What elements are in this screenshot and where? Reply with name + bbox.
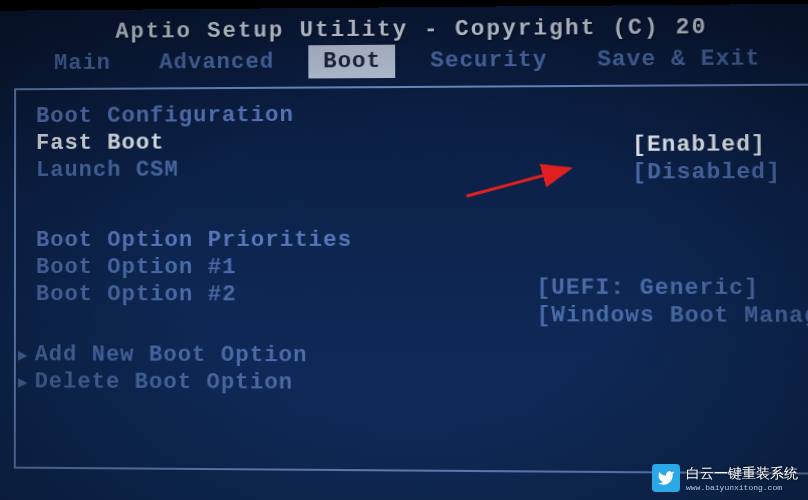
boot-actions: ▶ Add New Boot Option ▶ Delete Boot Opti… bbox=[36, 342, 794, 398]
boot-config-header: Boot Configuration bbox=[36, 100, 791, 129]
boot-priority-values: [UEFI: Generic] [Windows Boot Manag bbox=[536, 275, 808, 331]
delete-boot-label: Delete Boot Option bbox=[35, 369, 294, 395]
menu-tabs: Main Advanced Boot Security Save & Exit bbox=[0, 42, 808, 81]
tab-save-exit[interactable]: Save & Exit bbox=[583, 42, 776, 77]
add-boot-label: Add New Boot Option bbox=[35, 342, 308, 368]
bios-title: Aptio Setup Utility - Copyright (C) 20 bbox=[0, 4, 808, 48]
bios-setup-screen: Aptio Setup Utility - Copyright (C) 20 M… bbox=[0, 4, 808, 500]
boot-option-2-value[interactable]: [Windows Boot Manag bbox=[537, 303, 808, 329]
boot-option-1-value[interactable]: [UEFI: Generic] bbox=[536, 275, 808, 301]
add-boot-option[interactable]: ▶ Add New Boot Option bbox=[18, 342, 793, 370]
watermark-icon bbox=[652, 464, 680, 492]
launch-csm-value[interactable]: [Disabled] bbox=[632, 160, 781, 186]
config-values: [Enabled] [Disabled] bbox=[632, 132, 781, 188]
fast-boot-value[interactable]: [Enabled] bbox=[632, 132, 781, 158]
watermark-title: 白云一键重装系统 bbox=[686, 465, 798, 481]
delete-boot-option[interactable]: ▶ Delete Boot Option bbox=[18, 369, 794, 398]
watermark: 白云一键重装系统 www.baiyunxitong.com bbox=[652, 464, 798, 492]
boot-option-2-label: Boot Option #2 bbox=[36, 282, 237, 307]
triangle-icon: ▶ bbox=[18, 345, 29, 365]
triangle-icon: ▶ bbox=[18, 372, 29, 392]
bios-content-frame: Boot Configuration Fast Boot Launch CSM … bbox=[14, 84, 808, 475]
watermark-url: www.baiyunxitong.com bbox=[686, 483, 798, 492]
fast-boot-label: Fast Boot bbox=[36, 130, 164, 156]
tab-boot[interactable]: Boot bbox=[309, 45, 396, 79]
boot-option-1-label: Boot Option #1 bbox=[36, 255, 237, 280]
watermark-text-container: 白云一键重装系统 www.baiyunxitong.com bbox=[686, 465, 798, 492]
boot-priorities-header: Boot Option Priorities bbox=[36, 227, 792, 253]
tab-security[interactable]: Security bbox=[416, 43, 562, 77]
tab-main[interactable]: Main bbox=[40, 47, 125, 81]
launch-csm-label: Launch CSM bbox=[36, 158, 179, 183]
tab-advanced[interactable]: Advanced bbox=[145, 45, 288, 79]
